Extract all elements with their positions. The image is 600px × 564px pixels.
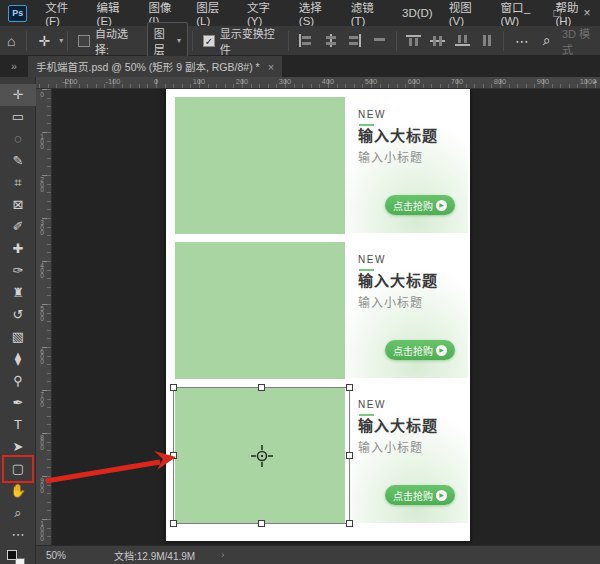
transform-handle[interactable] [170, 520, 177, 527]
target-dropdown[interactable]: 图层 ▾ [147, 22, 188, 60]
move-tool-icon[interactable]: ✛ [31, 33, 57, 49]
ruler-label: 500 [38, 305, 45, 320]
align-top-edges-icon[interactable] [406, 34, 421, 47]
transform-handle[interactable] [346, 452, 353, 459]
buy-button: 点击抢购 ▶ [385, 485, 455, 505]
search-icon[interactable]: ⌕ [536, 32, 558, 49]
distribute-vertical-icon[interactable] [479, 34, 494, 47]
transform-handle[interactable] [258, 520, 265, 527]
hand-tool[interactable]: ✋ [0, 480, 36, 502]
minimize-button[interactable]: – [520, 6, 534, 20]
align-right-edges-icon[interactable] [347, 34, 362, 47]
banner-card-1: NEW 输入大标题 输入小标题 点击抢购 ▶ [166, 96, 470, 235]
more-options-icon[interactable]: ⋯ [508, 33, 536, 49]
transform-selection[interactable] [173, 387, 350, 524]
distribute-horizontal-icon[interactable] [372, 34, 387, 47]
move-tool[interactable]: ✛ [0, 84, 36, 106]
zoom-level-field[interactable]: 50% [46, 550, 86, 561]
align-horizontal-centers-icon[interactable] [323, 34, 338, 47]
auto-select-checkbox[interactable] [78, 35, 90, 47]
history-brush-tool[interactable]: ↺ [0, 304, 36, 326]
document-tab-title: 手机端首页.psd @ 50% (矩形 9 副本, RGB/8#) * [36, 59, 260, 74]
edit-toolbar-icon[interactable]: ⋯ [0, 524, 36, 546]
close-button[interactable]: × [580, 6, 594, 20]
maximize-button[interactable]: □ [550, 6, 564, 20]
align-vertical-centers-icon[interactable] [430, 34, 445, 47]
ruler-label: 200 [236, 77, 249, 86]
zoom-tool[interactable]: ⌕ [0, 502, 36, 524]
tab-overflow-icon[interactable]: » [0, 56, 28, 77]
healing-brush-tool[interactable]: ✚ [0, 238, 36, 260]
transform-handle[interactable] [170, 452, 177, 459]
eyedropper-tool[interactable]: ✐ [0, 216, 36, 238]
brush-tool[interactable]: ✑ [0, 260, 36, 282]
status-bar: 50% 文档:12.9M/41.9M › [36, 545, 600, 564]
align-left-edges-icon[interactable] [298, 34, 313, 47]
photoshop-logo-icon: Ps [8, 5, 27, 22]
home-icon[interactable]: ⌂ [0, 33, 22, 49]
rectangular-marquee-tool[interactable]: ▭ [0, 106, 36, 128]
new-badge: NEW [358, 254, 386, 265]
window-controls: – □ × [520, 0, 594, 26]
banner-card-2: NEW 输入大标题 输入小标题 点击抢购 ▶ [166, 241, 470, 380]
options-bar: ⌂ ✛ ▾ 自动选择: 图层 ▾ ✓ 显示变换控件 ⋯ ⌕ 3D 模式 [0, 26, 600, 56]
quick-selection-tool[interactable]: ✎ [0, 150, 36, 172]
card-title: 输入大标题 [358, 414, 438, 435]
blur-tool[interactable]: ⧫ [0, 348, 36, 370]
transform-handle[interactable] [258, 384, 265, 391]
pen-tool[interactable]: ✒ [0, 392, 36, 414]
document-canvas[interactable]: NEW 输入大标题 输入小标题 点击抢购 ▶ NEW 输入大标题 输入小标题 点… [166, 89, 470, 541]
ruler-label: 100 [38, 133, 45, 148]
dodge-tool[interactable]: ⚲ [0, 370, 36, 392]
target-dropdown-value: 图层 [154, 25, 175, 57]
divider [396, 31, 397, 51]
card-title: 输入大标题 [358, 124, 438, 145]
type-tool[interactable]: T [0, 414, 36, 436]
buy-button: 点击抢购 ▶ [385, 340, 455, 360]
buy-button-label: 点击抢购 [393, 488, 433, 503]
ruler-label: 900 [537, 77, 550, 86]
horizontal-ruler: -200 -100 0 100 200 300 400 500 600 700 … [36, 77, 600, 89]
arrow-circle-icon: ▶ [436, 345, 447, 356]
transform-handle[interactable] [170, 384, 177, 391]
lasso-tool[interactable]: ◌ [0, 128, 36, 150]
gradient-tool[interactable]: ▧ [0, 326, 36, 348]
rectangle-tool-highlight-box [2, 455, 34, 483]
divider [67, 31, 68, 51]
ruler-label: 200 [38, 176, 45, 191]
ruler-label: 300 [38, 219, 45, 234]
transform-handle[interactable] [346, 520, 353, 527]
show-transform-checkbox[interactable]: ✓ [203, 35, 215, 47]
menu-3d[interactable]: 3D(D) [394, 3, 441, 23]
card-subtitle: 输入小标题 [358, 293, 423, 310]
ruler-corner-icon[interactable]: ▴ [593, 77, 597, 85]
show-transform-label: 显示变换控件 [220, 25, 284, 57]
ruler-label: -200 [62, 77, 77, 86]
vertical-ruler: 0 100 200 300 400 500 600 700 800 900 10… [36, 89, 52, 545]
foreground-color-swatch[interactable] [7, 550, 17, 560]
green-rectangle [175, 97, 345, 234]
ruler-label: 300 [279, 77, 292, 86]
tools-panel: ✛ ▭ ◌ ✎ ⌗ ⊠ ✐ ✚ ✑ ♜ ↺ ▧ ⧫ ⚲ ✒ T ➤ ▢ ✋ ⌕ … [0, 77, 36, 564]
arrow-circle-icon: ▶ [436, 490, 447, 501]
clone-stamp-tool[interactable]: ♜ [0, 282, 36, 304]
status-menu-arrow-icon[interactable]: › [221, 550, 224, 560]
chevron-down-icon: ▾ [59, 36, 63, 45]
ruler-label: 700 [451, 77, 464, 86]
align-bottom-edges-icon[interactable] [455, 34, 470, 47]
frame-tool[interactable]: ⊠ [0, 194, 36, 216]
ruler-label: 400 [38, 262, 45, 277]
close-tab-icon[interactable]: × [268, 61, 274, 73]
ruler-label: 100 [193, 77, 206, 86]
document-tab[interactable]: 手机端首页.psd @ 50% (矩形 9 副本, RGB/8#) * × [28, 56, 282, 77]
transform-handle[interactable] [346, 384, 353, 391]
ruler-label: 800 [38, 434, 45, 449]
photoshop-window: Ps 文件(F) 编辑(E) 图像(I) 图层(L) 文字(Y) 选择(S) 滤… [0, 0, 600, 564]
divider [26, 31, 27, 51]
divider [503, 31, 504, 51]
crop-tool[interactable]: ⌗ [0, 172, 36, 194]
ruler-label: 1000 [38, 520, 45, 540]
divider [288, 31, 289, 51]
buy-button-label: 点击抢购 [393, 343, 433, 358]
color-swatches[interactable] [0, 548, 36, 564]
